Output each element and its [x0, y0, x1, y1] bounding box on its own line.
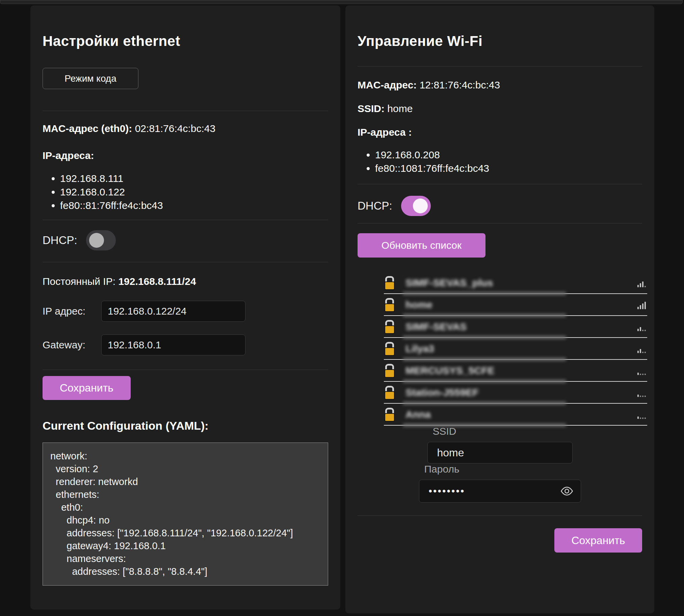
lock-icon [384, 386, 395, 400]
divider [43, 370, 328, 370]
wifi-dhcp-label: DHCP: [357, 199, 392, 212]
signal-strength-icon [637, 388, 646, 397]
wifi-network-name: Lilya3 [405, 343, 434, 354]
static-ip-line: Постоянный IP: 192.168.8.111/24 [43, 276, 328, 288]
wifi-mac-value: 12:81:76:4c:bc:43 [420, 79, 500, 90]
ssid-input-label: SSID [427, 426, 573, 437]
lock-icon [384, 320, 395, 334]
lock-icon [384, 276, 395, 290]
wifi-ssid-line: SSID: home [357, 103, 642, 115]
toggle-knob [89, 233, 104, 248]
signal-strength-icon [637, 366, 646, 375]
wifi-network-name: Station-J559EF [405, 387, 479, 398]
ethernet-dhcp-toggle[interactable] [86, 230, 116, 250]
wifi-save-row: Сохранить [357, 528, 642, 553]
divider [43, 220, 328, 220]
toggle-knob [413, 198, 428, 213]
ip-address-item: 192.168.8.111 [60, 172, 328, 185]
ip-address-field-row: IP адрес: [43, 301, 328, 322]
password-field-wrap [419, 480, 581, 503]
signal-strength-icon [637, 410, 646, 419]
ethernet-mac-label: MAC-адрес (eth0): [43, 123, 132, 134]
ip-address-input[interactable] [101, 301, 245, 322]
ip-address-item: 192.168.0.122 [60, 185, 328, 199]
static-ip-value: 192.168.8.111/24 [118, 276, 196, 287]
yaml-config: network: version: 2 renderer: networkd e… [43, 442, 328, 586]
lock-icon [384, 342, 395, 356]
ethernet-save-button[interactable]: Сохранить [43, 376, 131, 400]
ssid-input[interactable] [427, 442, 573, 463]
gateway-input-label: Gateway: [43, 339, 101, 351]
ethernet-mac-line: MAC-адрес (eth0): 02:81:76:4c:bc:43 [43, 123, 328, 135]
wifi-network-list: SIMF-SEVAS_plus home SIMF-SEVAS [384, 272, 647, 426]
wifi-network-row[interactable]: SIMF-SEVAS [384, 316, 647, 338]
password-input-label: Пароль [419, 463, 581, 475]
divider [357, 223, 642, 223]
wifi-network-name: MERCUSYS_5CFE [405, 365, 494, 376]
divider [43, 262, 328, 262]
wifi-network-row[interactable]: Lilya3 [384, 338, 647, 360]
wifi-mac-line: MAC-адрес: 12:81:76:4c:bc:43 [357, 79, 642, 91]
wifi-ip-list: 192.168.0.208fe80::1081:76ff:fe4c:bc43 [357, 148, 642, 175]
ethernet-panel: Настройки ethernet Режим кода MAC-адрес … [30, 5, 340, 610]
divider [357, 184, 642, 184]
divider [43, 111, 328, 111]
yaml-heading: Current Configuration (YAML): [43, 419, 328, 432]
ethernet-title: Настройки ethernet [43, 33, 328, 49]
gateway-input[interactable] [101, 334, 245, 355]
lock-icon [384, 298, 395, 312]
password-input[interactable] [419, 480, 581, 503]
ip-address-item: 192.168.0.208 [375, 148, 642, 162]
wifi-dhcp-row: DHCP: [357, 196, 642, 216]
signal-strength-icon [637, 279, 646, 287]
wifi-network-row[interactable]: home [384, 294, 647, 316]
ethernet-ip-list: 192.168.8.111192.168.0.122fe80::81:76ff:… [43, 172, 328, 212]
static-ip-label: Постоянный IP: [43, 276, 115, 287]
network-settings-page: Настройки ethernet Режим кода MAC-адрес … [0, 0, 684, 616]
wifi-network-row[interactable]: MERCUSYS_5CFE [384, 360, 647, 382]
ip-address-item: fe80::1081:76ff:fe4c:bc43 [375, 162, 642, 175]
wifi-title: Управление Wi-Fi [357, 33, 642, 49]
wifi-mac-label: MAC-адрес: [357, 79, 417, 90]
ethernet-dhcp-row: DHCP: [43, 230, 328, 250]
divider [357, 515, 642, 516]
lock-icon [384, 364, 395, 378]
wifi-network-row[interactable]: SIMF-SEVAS_plus [384, 272, 647, 294]
wifi-network-row[interactable]: Anna [384, 404, 647, 426]
wifi-dhcp-toggle[interactable] [401, 196, 431, 216]
divider [357, 66, 642, 66]
top-bar [0, 0, 683, 4]
wifi-save-button[interactable]: Сохранить [554, 528, 642, 553]
wifi-network-row[interactable]: Station-J559EF [384, 382, 647, 404]
wifi-panel: Управление Wi-Fi MAC-адрес: 12:81:76:4c:… [345, 5, 654, 613]
wifi-network-name: home [405, 299, 433, 310]
ethernet-ip-list-label: IP-адреса: [43, 150, 328, 162]
signal-strength-icon [637, 322, 646, 331]
refresh-list-button[interactable]: Обновить список [357, 233, 485, 258]
ethernet-dhcp-label: DHCP: [43, 234, 77, 247]
wifi-network-name: Anna [405, 409, 431, 420]
ip-address-input-label: IP адрес: [43, 306, 101, 317]
wifi-ssid-value: home [387, 103, 413, 114]
wifi-ip-list-label: IP-адреса : [357, 126, 642, 138]
wifi-network-name: SIMF-SEVAS [405, 321, 467, 332]
show-password-eye-icon[interactable] [560, 484, 574, 498]
ethernet-mac-value: 02:81:76:4c:bc:43 [135, 123, 216, 134]
wifi-ssid-label: SSID: [357, 103, 384, 114]
ip-address-item: fe80::81:76ff:fe4c:bc43 [60, 199, 328, 212]
code-mode-button[interactable]: Режим кода [43, 68, 138, 89]
signal-strength-icon [637, 301, 646, 309]
lock-icon [384, 408, 395, 422]
signal-strength-icon [637, 344, 646, 353]
gateway-field-row: Gateway: [43, 334, 328, 355]
wifi-network-name: SIMF-SEVAS_plus [405, 277, 493, 289]
